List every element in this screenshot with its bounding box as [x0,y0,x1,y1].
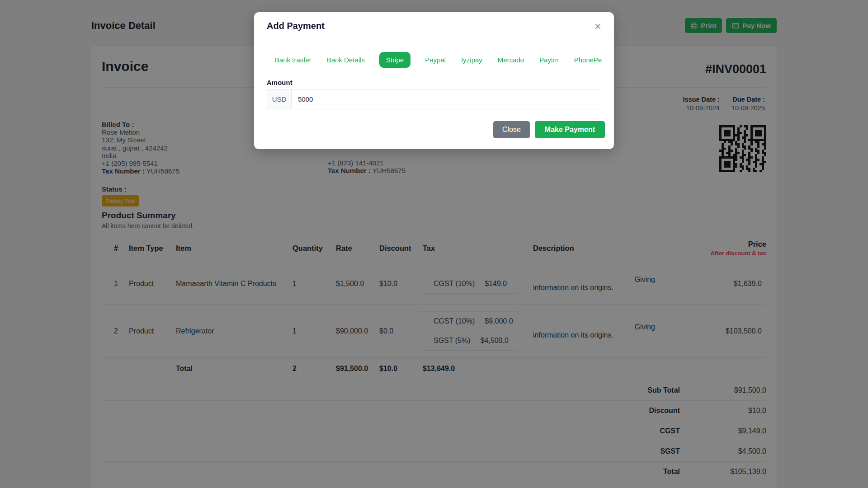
tab-phonepe[interactable]: PhonePe [573,52,603,68]
amount-input[interactable] [292,89,601,109]
amount-label: Amount [267,79,601,86]
tab-paypal[interactable]: Paypal [424,52,447,68]
close-icon[interactable]: × [594,22,601,31]
currency-prefix: USD [267,89,292,109]
tab-bank-transfer[interactable]: Bank trasfer [274,52,312,68]
tab-bank-details[interactable]: Bank Details [326,52,366,68]
tab-stripe[interactable]: Stripe [379,52,410,68]
tab-mercado[interactable]: Mercado [497,52,525,68]
tab-paytm[interactable]: Paytm [538,52,560,68]
make-payment-button[interactable]: Make Payment [535,121,605,138]
modal-title: Add Payment [267,21,325,31]
amount-input-group: USD [267,89,601,109]
add-payment-modal: Add Payment × Bank trasfer Bank Details … [254,12,614,149]
modal-close-button[interactable]: Close [493,121,530,138]
payment-method-tabs: Bank trasfer Bank Details Stripe Paypal … [267,52,601,68]
tab-iyzipay[interactable]: Iyzipay [460,52,483,68]
